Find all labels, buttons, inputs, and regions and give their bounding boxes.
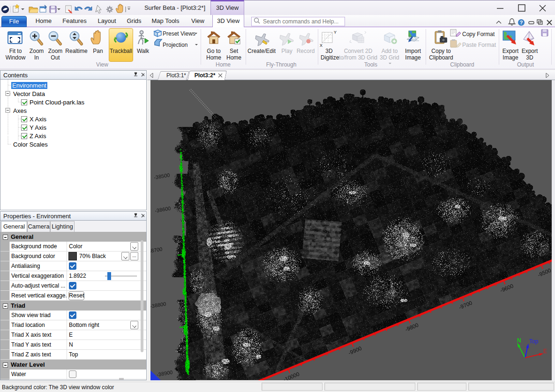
svg-text:Y: Y (334, 30, 337, 35)
svg-text:X: X (320, 43, 322, 48)
svg-text:?: ? (520, 20, 523, 25)
